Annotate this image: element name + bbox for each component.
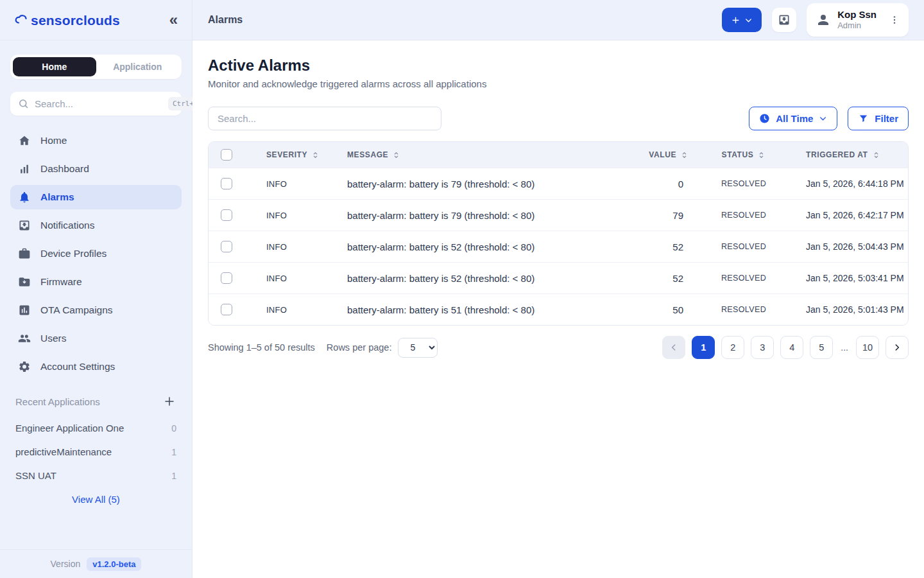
cell-value: 50 — [635, 304, 692, 315]
sidebar-item-notifications[interactable]: Notifications — [10, 213, 182, 238]
row-checkbox[interactable] — [221, 304, 232, 315]
cell-status: RESOLVED — [692, 211, 795, 220]
mode-toggle-home[interactable]: Home — [13, 57, 96, 76]
sidebar-item-dashboard[interactable]: Dashboard — [10, 157, 182, 181]
sidebar-item-users[interactable]: Users — [10, 326, 182, 351]
user-menu[interactable]: Kop Ssn Admin — [807, 3, 909, 37]
column-header-value[interactable]: VALUE — [635, 150, 692, 159]
table-row[interactable]: INFO battery-alarm: battery is 51 (thres… — [209, 293, 908, 325]
row-checkbox[interactable] — [221, 272, 232, 284]
users-icon — [18, 332, 31, 345]
brand-logo[interactable]: sensorclouds — [14, 12, 120, 28]
topbar-actions: Kop Ssn Admin — [722, 3, 909, 37]
view-all-wrap: View All (5) — [10, 494, 182, 505]
folder-download-icon — [18, 276, 31, 288]
pagination-ellipsis: ... — [839, 342, 850, 353]
sidebar-item-account-settings[interactable]: Account Settings — [10, 355, 182, 379]
alarms-search-input[interactable] — [208, 107, 441, 130]
table-row[interactable]: INFO battery-alarm: battery is 52 (thres… — [209, 262, 908, 293]
column-header-status[interactable]: STATUS — [692, 150, 795, 159]
page-buttons: 12345...10 — [692, 336, 879, 359]
sort-icon — [311, 151, 320, 159]
sidebar-item-firmware[interactable]: Firmware — [10, 270, 182, 294]
topbar-title: Alarms — [208, 14, 243, 26]
table-row[interactable]: INFO battery-alarm: battery is 79 (thres… — [209, 168, 908, 199]
cell-severity: INFO — [244, 211, 334, 220]
recent-application-count: 0 — [171, 423, 176, 434]
table-row[interactable]: INFO battery-alarm: battery is 79 (thres… — [209, 199, 908, 231]
filter-icon — [858, 113, 869, 124]
sidebar-item-alarms[interactable]: Alarms — [10, 185, 182, 209]
column-header-triggered-at[interactable]: TRIGGERED AT — [795, 150, 908, 159]
inbox-button[interactable] — [772, 8, 796, 32]
select-all-checkbox[interactable] — [221, 149, 232, 161]
add-application-button[interactable] — [162, 394, 176, 408]
cell-severity: INFO — [244, 242, 334, 252]
clock-icon — [759, 113, 770, 124]
recent-application-name: SSN UAT — [15, 470, 56, 481]
sidebar-item-device-profiles[interactable]: Device Profiles — [10, 241, 182, 266]
controls-right: All Time Filter — [749, 107, 909, 130]
sidebar-search-input[interactable] — [35, 98, 162, 109]
next-page-button[interactable] — [886, 336, 909, 359]
sidebar-item-home[interactable]: Home — [10, 128, 182, 153]
inbox-arrow-icon — [778, 13, 791, 26]
sidebar-spacer — [0, 505, 192, 549]
table-row[interactable]: INFO battery-alarm: battery is 52 (thres… — [209, 231, 908, 262]
row-checkbox[interactable] — [221, 209, 232, 221]
content: Active Alarms Monitor and acknowledge tr… — [193, 40, 924, 578]
table-header-row: SEVERITY MESSAGE VALUE STATUS — [209, 142, 908, 168]
row-checkbox[interactable] — [221, 241, 232, 252]
recent-application-item[interactable]: SSN UAT 1 — [10, 464, 182, 487]
cell-value: 52 — [635, 273, 692, 284]
column-header-message[interactable]: MESSAGE — [334, 150, 635, 159]
sidebar-item-ota-campaigns[interactable]: OTA Campaigns — [10, 298, 182, 322]
create-button[interactable] — [722, 8, 762, 32]
sidebar-search: Ctrl+K — [10, 92, 182, 116]
bar-chart-icon — [18, 162, 31, 175]
rows-per-page-select[interactable]: 5 — [398, 338, 438, 358]
user-avatar-icon — [816, 12, 831, 28]
recent-application-name: predictiveMaintenance — [15, 446, 112, 457]
page-button-4[interactable]: 4 — [780, 336, 803, 359]
sidebar-collapse-button[interactable]: « — [169, 12, 178, 28]
cell-triggered-at: Jan 5, 2026, 6:42:17 PM — [795, 210, 908, 220]
user-options-button[interactable] — [887, 12, 902, 28]
page-button-10[interactable]: 10 — [856, 336, 879, 359]
cell-status: RESOLVED — [692, 305, 795, 314]
inbox-arrow-icon — [18, 219, 31, 232]
plus-icon — [732, 16, 740, 24]
mode-toggle-application[interactable]: Application — [96, 57, 180, 76]
time-range-label: All Time — [776, 113, 813, 124]
table-body: INFO battery-alarm: battery is 79 (thres… — [209, 168, 908, 325]
filter-button[interactable]: Filter — [848, 107, 909, 130]
recent-application-item[interactable]: predictiveMaintenance 1 — [10, 440, 182, 464]
cell-severity: INFO — [244, 274, 334, 283]
cell-triggered-at: Jan 5, 2026, 5:03:41 PM — [795, 273, 908, 283]
recent-applications-list: Engineer Application One 0 predictiveMai… — [10, 416, 182, 487]
page-button-2[interactable]: 2 — [721, 336, 744, 359]
column-header-severity[interactable]: SEVERITY — [244, 150, 334, 159]
mode-toggle: Home Application — [10, 55, 182, 79]
view-all-link[interactable]: View All (5) — [72, 494, 120, 505]
cell-triggered-at: Jan 5, 2026, 5:01:43 PM — [795, 304, 908, 315]
search-icon — [18, 98, 29, 109]
cell-severity: INFO — [244, 305, 334, 315]
user-role: Admin — [837, 21, 877, 31]
previous-page-button[interactable] — [662, 336, 685, 359]
page-subtitle: Monitor and acknowledge triggered alarms… — [208, 78, 909, 89]
sort-icon — [392, 151, 400, 159]
gear-icon — [18, 360, 31, 373]
time-range-button[interactable]: All Time — [749, 107, 837, 130]
row-checkbox[interactable] — [221, 178, 232, 189]
page-button-1[interactable]: 1 — [692, 336, 715, 359]
sidebar-footer: Version v1.2.0-beta — [0, 549, 192, 578]
page-button-3[interactable]: 3 — [751, 336, 774, 359]
page-button-5[interactable]: 5 — [810, 336, 833, 359]
bell-icon — [18, 191, 31, 204]
recent-application-count: 1 — [171, 447, 176, 457]
recent-application-item[interactable]: Engineer Application One 0 — [10, 416, 182, 440]
briefcase-icon — [18, 247, 31, 260]
chevron-down-icon — [744, 16, 753, 24]
cell-message: battery-alarm: battery is 79 (threshold:… — [334, 210, 635, 221]
